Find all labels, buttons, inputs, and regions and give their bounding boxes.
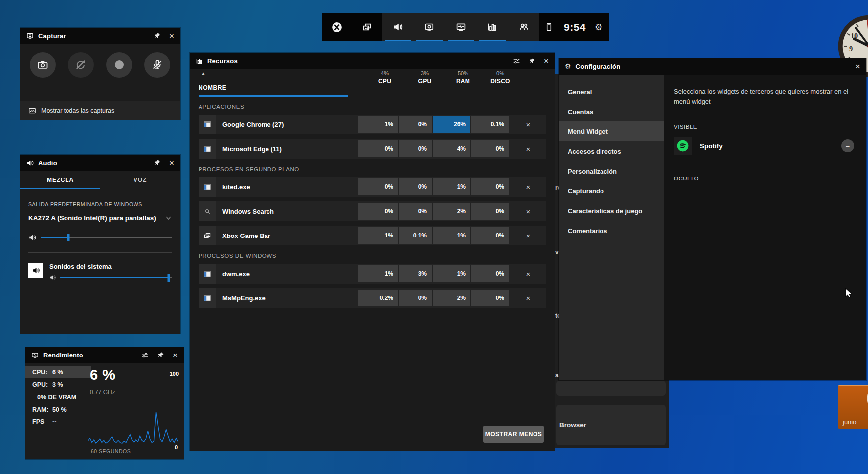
process-name: Google Chrome (27) (222, 121, 358, 128)
calendar-day: 6 (866, 382, 868, 413)
metric-gpu[interactable]: GPU: 3 % (25, 378, 91, 391)
screenshot-button[interactable] (30, 52, 56, 78)
graph-x-label: 60 SEGUNDOS (91, 448, 131, 454)
column-ram-header[interactable]: 50% RAM (443, 70, 483, 85)
metric-cpu[interactable]: CPU: 6 % (25, 366, 91, 378)
chevron-down-icon (165, 214, 172, 222)
divider (28, 252, 172, 253)
end-process-button[interactable]: × (510, 183, 546, 191)
app-window-icon (199, 139, 216, 159)
options-icon[interactable] (513, 58, 520, 65)
active-underline (416, 40, 443, 41)
nav-item-comentarios[interactable]: Comentarios (559, 221, 664, 240)
nav-item-cuentas[interactable]: Cuentas (559, 102, 664, 121)
nav-item-personalizacion[interactable]: Personalización (559, 161, 664, 181)
end-process-button[interactable]: × (510, 145, 546, 153)
close-icon[interactable]: × (169, 32, 174, 40)
end-process-button[interactable]: × (510, 207, 546, 216)
close-icon[interactable]: × (173, 351, 178, 359)
tab-voice[interactable]: VOZ (100, 171, 180, 189)
gamebar-icon (199, 226, 216, 245)
column-cpu-header[interactable]: 4% CPU (365, 70, 404, 85)
resources-widget-button[interactable] (476, 13, 508, 41)
ram-value: 1% (433, 227, 470, 244)
gpu-value: 0% (399, 140, 432, 157)
phone-companion-button[interactable] (539, 22, 558, 32)
close-icon[interactable]: × (544, 57, 549, 65)
slider-thumb[interactable] (168, 274, 170, 282)
metric-vram[interactable]: 0% DE VRAM (25, 391, 91, 403)
record-button[interactable] (106, 52, 132, 78)
metric-fps[interactable]: FPS -- (25, 415, 91, 428)
nav-item-general[interactable]: General (559, 82, 664, 102)
occluded-text-fragment: a (555, 372, 559, 379)
social-widget-button[interactable] (508, 13, 539, 41)
pin-icon[interactable] (154, 159, 161, 166)
column-name-header[interactable]: NOMBRE (199, 84, 226, 91)
process-name: Windows Search (222, 208, 358, 215)
browser-card[interactable]: Browser (556, 405, 666, 445)
browser-card-label: Browser (559, 421, 586, 429)
pin-icon[interactable] (529, 58, 535, 64)
gpu-value: 0% (399, 178, 432, 195)
show-all-captures-label: Mostrar todas las capturas (41, 107, 114, 114)
table-header: ▲ NOMBRE 4% CPU 3% GPU 50% RAM 0% DISCO (199, 69, 546, 96)
output-device-name: KA272 A (Sonido Intel(R) para pantallas) (28, 214, 156, 222)
settings-panel: ⚙ Configuración × General Cuentas Menú W… (559, 58, 866, 380)
metric-ram[interactable]: RAM: 50 % (25, 403, 91, 415)
device-volume-slider[interactable] (41, 237, 172, 238)
widget-menu-button[interactable] (352, 13, 383, 41)
show-less-button[interactable]: MOSTRAR MENOS (483, 426, 544, 443)
widget-name: Spotify (700, 142, 723, 150)
audio-panel-icon (26, 159, 34, 167)
pin-icon[interactable] (157, 352, 164, 358)
graph-y-max: 100 (170, 371, 179, 377)
remove-widget-button[interactable]: − (841, 139, 854, 152)
nav-item-caracteristicas-de-juego[interactable]: Características de juego (559, 201, 664, 221)
nav-item-menu-widget[interactable]: Menú Widget (559, 121, 664, 141)
ram-value: 2% (433, 203, 470, 220)
column-disk-header[interactable]: 0% DISCO (480, 70, 520, 85)
nav-item-accesos-directos[interactable]: Accesos directos (559, 141, 664, 161)
capture-widget-button[interactable] (413, 13, 445, 41)
disk-value: 0% (471, 265, 509, 282)
ram-value: 4% (433, 140, 470, 157)
show-all-captures-button[interactable]: Mostrar todas las capturas (20, 101, 180, 120)
resources-panel-icon (196, 58, 203, 65)
end-process-button[interactable]: × (510, 120, 546, 129)
close-icon[interactable]: × (855, 62, 860, 71)
slider-fill (60, 277, 169, 278)
gamebar-settings-button[interactable]: ⚙ (591, 22, 609, 33)
end-process-button[interactable]: × (510, 232, 546, 240)
audio-panel-title: Audio (38, 159, 57, 167)
gpu-value: 0% (399, 116, 432, 133)
sort-ascending-icon[interactable]: ▲ (201, 71, 205, 76)
disk-value: 0% (471, 203, 509, 220)
gpu-value: 3% (399, 265, 432, 282)
options-icon[interactable] (141, 352, 149, 359)
output-device-dropdown[interactable]: KA272 A (Sonido Intel(R) para pantallas) (28, 214, 172, 222)
nav-item-capturando[interactable]: Capturando (559, 181, 664, 201)
cpu-big-value: 6 % (90, 367, 115, 383)
tab-mix[interactable]: MEZCLA (20, 171, 100, 189)
performance-widget-button[interactable] (445, 13, 476, 41)
end-process-button[interactable]: × (510, 294, 546, 302)
audio-panel: Audio × MEZCLA VOZ SALIDA PREDETERMINADA… (20, 155, 180, 334)
xbox-logo-icon (332, 22, 342, 33)
column-gpu-header[interactable]: 3% GPU (405, 70, 445, 85)
spotify-icon (674, 137, 692, 155)
xbox-home-button[interactable] (322, 13, 352, 41)
process-name: dwm.exe (222, 270, 358, 278)
pin-icon[interactable] (154, 32, 161, 39)
active-underline (448, 40, 474, 41)
audio-widget-button[interactable] (382, 13, 413, 41)
mic-toggle-button[interactable] (144, 52, 170, 78)
slider-thumb[interactable] (67, 234, 70, 241)
gpu-value: 0% (399, 290, 432, 306)
record-last-button[interactable] (68, 52, 94, 78)
time-label: 9:54 (561, 21, 589, 33)
end-process-button[interactable]: × (510, 270, 546, 278)
settings-nav: General Cuentas Menú Widget Accesos dire… (559, 75, 664, 380)
system-volume-slider[interactable] (60, 277, 172, 278)
close-icon[interactable]: × (169, 159, 174, 167)
